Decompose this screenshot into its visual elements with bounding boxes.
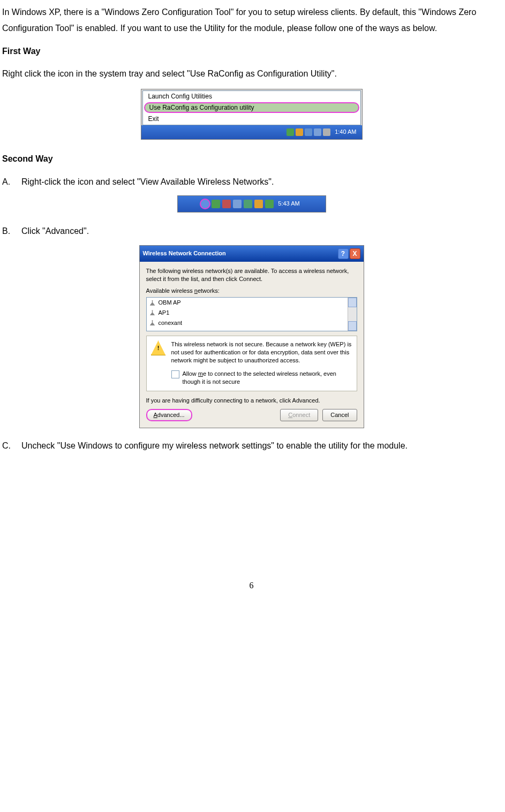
- tray-icon[interactable]: [265, 200, 274, 208]
- figure-2-wrap: 5:43 AM: [2, 195, 501, 214]
- warning-icon: !: [151, 340, 166, 355]
- network-row[interactable]: OBM AP: [147, 298, 357, 308]
- tray-icons: [287, 128, 330, 136]
- context-menu: Launch Config Utilities Use RaConfig as …: [142, 90, 361, 125]
- antenna-icon: [150, 320, 155, 325]
- menu-item-exit[interactable]: Exit: [143, 113, 360, 124]
- taskbar-clock: 1:40 AM: [333, 128, 358, 135]
- network-row[interactable]: conexant: [147, 318, 357, 328]
- warning-box: ! This wireless network is not secure. B…: [146, 336, 357, 391]
- step-a-text: Right-click the icon and select "View Av…: [21, 174, 501, 190]
- taskbar: 1:40 AM: [141, 125, 362, 139]
- advanced-button[interactable]: Advanced...: [146, 409, 192, 421]
- tray-icon[interactable]: [244, 200, 252, 208]
- antenna-icon: [150, 310, 155, 315]
- second-way-heading: Second Way: [2, 151, 501, 167]
- network-listbox[interactable]: OBM AP AP1 conexant: [146, 297, 357, 331]
- close-button[interactable]: X: [350, 248, 360, 259]
- figure-2: 5:43 AM: [177, 195, 326, 213]
- tray-icon-wireless[interactable]: [201, 200, 209, 208]
- figure-1: Launch Config Utilities Use RaConfig as …: [141, 89, 363, 140]
- allow-checkbox-row[interactable]: Allow me to connect to the selected wire…: [171, 370, 352, 386]
- tray-icon[interactable]: [287, 128, 294, 136]
- tray-icon[interactable]: [222, 200, 231, 208]
- dialog-line1: The following wireless network(s) are av…: [146, 267, 357, 283]
- button-row: Advanced... Connect Cancel: [146, 409, 357, 421]
- allow-label: Allow me to connect to the selected wire…: [183, 370, 352, 386]
- scroll-up[interactable]: [348, 298, 357, 307]
- bullet-b: B.: [2, 223, 12, 239]
- allow-checkbox[interactable]: [171, 370, 179, 378]
- connect-button[interactable]: Connect: [280, 409, 318, 421]
- first-way-text: Right click the icon in the system tray …: [2, 66, 501, 82]
- warning-text: This wireless network is not secure. Bec…: [171, 340, 352, 365]
- dialog-title: Wireless Network Connection: [143, 249, 226, 257]
- taskbar-clock-2: 5:43 AM: [276, 201, 302, 207]
- figure-3-wrap: Wireless Network Connection ? X The foll…: [2, 245, 501, 428]
- wireless-dialog: Wireless Network Connection ? X The foll…: [139, 245, 364, 428]
- tray-icon[interactable]: [323, 128, 330, 136]
- network-row[interactable]: AP1: [147, 308, 357, 318]
- titlebar: Wireless Network Connection ? X: [140, 246, 364, 262]
- page-number: 6: [2, 578, 501, 594]
- intro-paragraph: In Windows XP, there is a "Windows Zero …: [2, 4, 501, 37]
- tray-icon[interactable]: [212, 200, 220, 208]
- tray-icon[interactable]: [305, 128, 312, 136]
- step-b: B. Click "Advanced".: [2, 223, 501, 239]
- scrollbar[interactable]: [348, 298, 357, 331]
- step-c-text: Uncheck "Use Windows to configure my wir…: [21, 438, 501, 454]
- tray-icon[interactable]: [296, 128, 303, 136]
- first-way-heading: First Way: [2, 43, 501, 59]
- step-c: C. Uncheck "Use Windows to configure my …: [2, 438, 501, 454]
- tray-icon[interactable]: [254, 200, 263, 208]
- bullet-c: C.: [2, 438, 12, 454]
- cancel-button[interactable]: Cancel: [322, 409, 357, 421]
- bullet-a: A.: [2, 174, 12, 190]
- step-a: A. Right-click the icon and select "View…: [2, 174, 501, 190]
- tray-icon[interactable]: [314, 128, 321, 136]
- menu-item-launch[interactable]: Launch Config Utilities: [143, 91, 360, 102]
- figure-1-wrap: Launch Config Utilities Use RaConfig as …: [2, 89, 501, 142]
- trouble-text: If you are having difficulty connecting …: [146, 397, 357, 405]
- list-label: Available wireless networks:: [146, 287, 357, 295]
- menu-item-raconfig[interactable]: Use RaConfig as Configuration utility: [144, 102, 359, 113]
- antenna-icon: [150, 300, 155, 306]
- scroll-down[interactable]: [348, 321, 357, 331]
- help-button[interactable]: ?: [338, 248, 349, 259]
- step-b-text: Click "Advanced".: [21, 223, 501, 239]
- tray-icon[interactable]: [233, 200, 242, 208]
